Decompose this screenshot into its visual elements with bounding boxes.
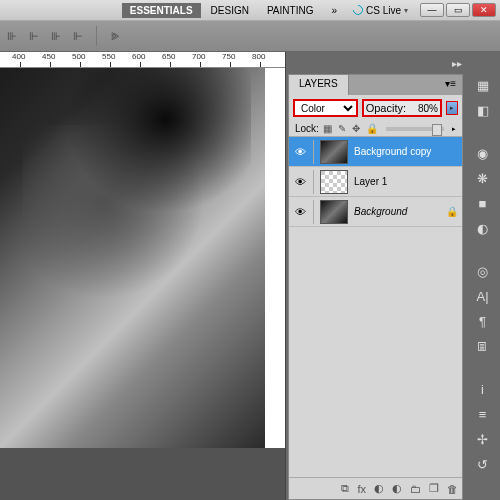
ruler-tick: 500 — [80, 52, 93, 61]
opacity-label: Opacity: — [366, 102, 406, 114]
blend-opacity-row: Color Opacity: ▸ — [289, 95, 462, 121]
canvas[interactable] — [0, 68, 285, 448]
collapsed-panel-icon[interactable]: ✢ — [472, 432, 494, 447]
layers-panel-footer: ⧉ fx ◐ ◐ 🗀 ❐ 🗑 — [289, 477, 462, 499]
layer-row[interactable]: 👁Layer 1 — [289, 167, 462, 197]
ruler-tick: 750 — [230, 52, 243, 61]
layers-panel: LAYERS ▾≡ Color Opacity: ▸ Lock: — [288, 74, 463, 500]
application-bar: ESSENTIALS DESIGN PAINTING » CS Live ▾ —… — [0, 0, 500, 20]
window-controls: — ▭ ✕ — [420, 3, 496, 17]
fill-slider[interactable] — [386, 127, 444, 131]
options-bar: ⊪ ⊩ ⊪ ⊩ ⫸ — [0, 20, 500, 52]
ruler-tick: 700 — [200, 52, 213, 61]
opacity-control[interactable]: Opacity: — [362, 99, 442, 117]
layer-group-icon[interactable]: 🗀 — [410, 483, 421, 495]
maximize-button[interactable]: ▭ — [446, 3, 470, 17]
right-dock: ▸▸ LAYERS ▾≡ Color Opacity: ▸ — [285, 52, 500, 500]
new-layer-icon[interactable]: ❐ — [429, 482, 439, 495]
layer-thumbnail[interactable] — [320, 170, 348, 194]
collapsed-panel-icon[interactable]: ■ — [472, 196, 494, 211]
panel-tab-bar: LAYERS ▾≡ — [289, 75, 462, 95]
layer-thumbnail[interactable] — [320, 140, 348, 164]
distribute-icon[interactable]: ⫸ — [107, 28, 123, 44]
layer-thumbnail[interactable] — [320, 200, 348, 224]
lock-all-icon[interactable]: 🔒 — [366, 123, 378, 134]
ruler-tick: 800 — [260, 52, 273, 61]
ruler-tick: 550 — [110, 52, 123, 61]
layer-name-label[interactable]: Background copy — [354, 146, 458, 157]
layer-mask-icon[interactable]: ◐ — [374, 482, 384, 495]
option-divider — [96, 26, 97, 46]
collapsed-panel-icon[interactable]: ◎ — [472, 264, 494, 279]
blend-mode-select[interactable]: Color — [293, 99, 358, 117]
collapsed-panel-icon[interactable]: 🗏 — [472, 339, 494, 354]
collapsed-panel-icon[interactable]: ◉ — [472, 146, 494, 161]
workspace-more[interactable]: » — [323, 3, 345, 18]
workspace-design[interactable]: DESIGN — [203, 3, 257, 18]
align-icon-3[interactable]: ⊪ — [48, 28, 64, 44]
lock-label: Lock: — [295, 123, 319, 134]
visibility-eye-icon[interactable]: 👁 — [293, 146, 307, 158]
collapsed-panel-icon[interactable]: i — [472, 382, 494, 397]
horizontal-ruler[interactable]: 350400450500550600650700750800 — [0, 52, 285, 68]
collapsed-panel-icon[interactable]: ¶ — [472, 314, 494, 329]
chevron-down-icon: ▾ — [404, 6, 408, 15]
document-image — [0, 68, 265, 448]
workspace-painting[interactable]: PAINTING — [259, 3, 321, 18]
ruler-tick: 450 — [50, 52, 63, 61]
align-icon-2[interactable]: ⊩ — [26, 28, 42, 44]
collapsed-panel-icon[interactable]: ↺ — [472, 457, 494, 472]
layer-name-label[interactable]: Background — [354, 206, 440, 217]
ruler-tick: 600 — [140, 52, 153, 61]
ruler-tick: 650 — [170, 52, 183, 61]
panel-area: ▸▸ LAYERS ▾≡ Color Opacity: ▸ — [285, 52, 465, 500]
layers-tab[interactable]: LAYERS — [289, 75, 349, 95]
fill-dropdown-icon[interactable]: ▸ — [452, 125, 456, 133]
panel-menu-icon[interactable]: ▾≡ — [439, 75, 462, 95]
lock-row: Lock: ▦ ✎ ✥ 🔒 ▸ — [289, 121, 462, 137]
panel-collapse-bar[interactable]: ▸▸ — [286, 52, 465, 74]
workspace-area: 350400450500550600650700750800 ▸▸ LAYERS… — [0, 52, 500, 500]
adjustment-layer-icon[interactable]: ◐ — [392, 482, 402, 495]
collapsed-panel-icon[interactable]: ◐ — [472, 221, 494, 236]
layer-name-label[interactable]: Layer 1 — [354, 176, 458, 187]
link-layers-icon[interactable]: ⧉ — [341, 482, 349, 495]
delete-layer-icon[interactable]: 🗑 — [447, 483, 458, 495]
collapsed-panel-icon[interactable]: A| — [472, 289, 494, 304]
cs-live-button[interactable]: CS Live ▾ — [347, 5, 414, 16]
lock-transparency-icon[interactable]: ▦ — [323, 123, 332, 134]
collapsed-panel-icon[interactable]: ▦ — [472, 78, 494, 93]
layer-fx-icon[interactable]: fx — [357, 483, 366, 495]
collapsed-panel-icon[interactable]: ≡ — [472, 407, 494, 422]
collapsed-panel-icon[interactable]: ◧ — [472, 103, 494, 118]
layer-list: 👁Background copy👁Layer 1👁Background🔒 — [289, 137, 462, 477]
opacity-dropdown-icon[interactable]: ▸ — [446, 101, 458, 115]
minimize-button[interactable]: — — [420, 3, 444, 17]
layer-row[interactable]: 👁Background copy — [289, 137, 462, 167]
lock-icon: 🔒 — [446, 206, 458, 217]
collapsed-panel-icon[interactable]: ❋ — [472, 171, 494, 186]
cs-live-label: CS Live — [366, 5, 401, 16]
opacity-input[interactable] — [408, 103, 438, 114]
visibility-eye-icon[interactable]: 👁 — [293, 206, 307, 218]
ruler-tick: 350 — [0, 52, 3, 61]
visibility-eye-icon[interactable]: 👁 — [293, 176, 307, 188]
lock-icons: ▦ ✎ ✥ 🔒 — [323, 123, 378, 134]
align-icon-4[interactable]: ⊩ — [70, 28, 86, 44]
canvas-area: 350400450500550600650700750800 — [0, 52, 285, 500]
ruler-tick: 400 — [20, 52, 33, 61]
layer-row[interactable]: 👁Background🔒 — [289, 197, 462, 227]
lock-paint-icon[interactable]: ✎ — [338, 123, 346, 134]
workspace-essentials[interactable]: ESSENTIALS — [122, 3, 201, 18]
lock-position-icon[interactable]: ✥ — [352, 123, 360, 134]
cs-live-icon — [351, 3, 365, 17]
align-icon-1[interactable]: ⊪ — [4, 28, 20, 44]
collapse-icon: ▸▸ — [452, 58, 462, 69]
collapsed-panel-strip: ▦◧◉❋■◐◎A|¶🗏i≡✢↺⬚◆ — [465, 52, 500, 500]
close-button[interactable]: ✕ — [472, 3, 496, 17]
